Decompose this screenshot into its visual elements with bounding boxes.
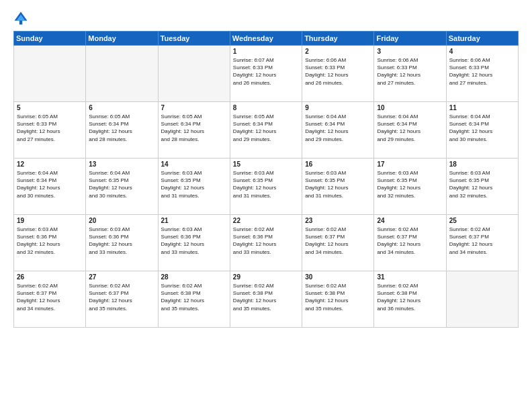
day-cell-1: 1Sunrise: 6:07 AM Sunset: 6:33 PM Daylig… xyxy=(230,46,302,102)
day-number: 10 xyxy=(377,104,443,111)
day-cell-14: 14Sunrise: 6:03 AM Sunset: 6:35 PM Dayli… xyxy=(158,158,230,215)
header-day-wednesday: Wednesday xyxy=(230,32,302,46)
day-number: 6 xyxy=(89,104,154,111)
day-number: 16 xyxy=(305,161,371,168)
day-cell-6: 6Sunrise: 6:05 AM Sunset: 6:34 PM Daylig… xyxy=(86,102,158,158)
day-info: Sunrise: 6:04 AM Sunset: 6:34 PM Dayligh… xyxy=(449,113,515,143)
day-info: Sunrise: 6:03 AM Sunset: 6:36 PM Dayligh… xyxy=(161,226,227,256)
logo xyxy=(13,11,31,26)
day-number: 28 xyxy=(161,273,227,281)
header-day-saturday: Saturday xyxy=(446,32,518,46)
day-info: Sunrise: 6:05 AM Sunset: 6:34 PM Dayligh… xyxy=(161,113,227,143)
calendar-header: SundayMondayTuesdayWednesdayThursdayFrid… xyxy=(14,32,519,46)
week-row-2: 5Sunrise: 6:05 AM Sunset: 6:33 PM Daylig… xyxy=(14,102,519,158)
day-cell-29: 29Sunrise: 6:02 AM Sunset: 6:38 PM Dayli… xyxy=(230,271,302,328)
day-number: 18 xyxy=(449,161,515,168)
day-number: 20 xyxy=(89,217,154,224)
day-info: Sunrise: 6:02 AM Sunset: 6:37 PM Dayligh… xyxy=(449,226,515,256)
day-cell-10: 10Sunrise: 6:04 AM Sunset: 6:34 PM Dayli… xyxy=(374,102,446,158)
day-cell-23: 23Sunrise: 6:02 AM Sunset: 6:37 PM Dayli… xyxy=(302,215,374,271)
empty-cell xyxy=(158,46,230,102)
day-cell-19: 19Sunrise: 6:03 AM Sunset: 6:36 PM Dayli… xyxy=(14,215,86,271)
day-info: Sunrise: 6:02 AM Sunset: 6:37 PM Dayligh… xyxy=(17,282,83,312)
day-cell-7: 7Sunrise: 6:05 AM Sunset: 6:34 PM Daylig… xyxy=(158,102,230,158)
day-cell-4: 4Sunrise: 6:06 AM Sunset: 6:33 PM Daylig… xyxy=(446,46,518,102)
calendar-page: SundayMondayTuesdayWednesdayThursdayFrid… xyxy=(0,0,532,411)
day-info: Sunrise: 6:04 AM Sunset: 6:34 PM Dayligh… xyxy=(377,113,443,143)
day-cell-13: 13Sunrise: 6:04 AM Sunset: 6:35 PM Dayli… xyxy=(86,158,158,215)
calendar-body: 1Sunrise: 6:07 AM Sunset: 6:33 PM Daylig… xyxy=(14,46,519,328)
day-number: 24 xyxy=(377,217,443,224)
day-cell-24: 24Sunrise: 6:02 AM Sunset: 6:37 PM Dayli… xyxy=(374,215,446,271)
day-cell-27: 27Sunrise: 6:02 AM Sunset: 6:37 PM Dayli… xyxy=(86,271,158,328)
day-cell-12: 12Sunrise: 6:04 AM Sunset: 6:34 PM Dayli… xyxy=(14,158,86,215)
day-cell-20: 20Sunrise: 6:03 AM Sunset: 6:36 PM Dayli… xyxy=(86,215,158,271)
day-info: Sunrise: 6:03 AM Sunset: 6:35 PM Dayligh… xyxy=(305,169,371,199)
day-number: 2 xyxy=(305,48,371,55)
day-info: Sunrise: 6:02 AM Sunset: 6:37 PM Dayligh… xyxy=(305,226,371,256)
day-number: 30 xyxy=(305,273,371,281)
day-cell-30: 30Sunrise: 6:02 AM Sunset: 6:38 PM Dayli… xyxy=(302,271,374,328)
day-cell-26: 26Sunrise: 6:02 AM Sunset: 6:37 PM Dayli… xyxy=(14,271,86,328)
header-day-monday: Monday xyxy=(86,32,158,46)
day-info: Sunrise: 6:02 AM Sunset: 6:37 PM Dayligh… xyxy=(89,282,154,312)
day-number: 27 xyxy=(89,273,154,281)
header xyxy=(13,11,519,26)
day-info: Sunrise: 6:02 AM Sunset: 6:38 PM Dayligh… xyxy=(305,282,371,312)
svg-rect-2 xyxy=(19,21,22,25)
day-number: 12 xyxy=(17,161,83,168)
day-info: Sunrise: 6:02 AM Sunset: 6:38 PM Dayligh… xyxy=(377,282,443,312)
empty-cell xyxy=(446,271,518,328)
week-row-3: 12Sunrise: 6:04 AM Sunset: 6:34 PM Dayli… xyxy=(14,158,519,215)
day-cell-21: 21Sunrise: 6:03 AM Sunset: 6:36 PM Dayli… xyxy=(158,215,230,271)
day-info: Sunrise: 6:03 AM Sunset: 6:35 PM Dayligh… xyxy=(233,169,299,199)
day-number: 15 xyxy=(233,161,299,168)
day-number: 4 xyxy=(449,48,515,55)
day-number: 31 xyxy=(377,273,443,281)
day-number: 5 xyxy=(17,104,83,111)
day-number: 17 xyxy=(377,161,443,168)
week-row-5: 26Sunrise: 6:02 AM Sunset: 6:37 PM Dayli… xyxy=(14,271,519,328)
day-number: 11 xyxy=(449,104,515,111)
day-cell-2: 2Sunrise: 6:06 AM Sunset: 6:33 PM Daylig… xyxy=(302,46,374,102)
day-info: Sunrise: 6:03 AM Sunset: 6:36 PM Dayligh… xyxy=(17,226,83,256)
day-info: Sunrise: 6:06 AM Sunset: 6:33 PM Dayligh… xyxy=(305,56,371,87)
day-number: 21 xyxy=(161,217,227,224)
week-row-1: 1Sunrise: 6:07 AM Sunset: 6:33 PM Daylig… xyxy=(14,46,519,102)
day-number: 22 xyxy=(233,217,299,224)
empty-cell xyxy=(86,46,158,102)
header-day-thursday: Thursday xyxy=(302,32,374,46)
day-number: 13 xyxy=(89,161,154,168)
day-info: Sunrise: 6:07 AM Sunset: 6:33 PM Dayligh… xyxy=(233,56,299,87)
day-info: Sunrise: 6:04 AM Sunset: 6:35 PM Dayligh… xyxy=(89,169,154,199)
day-number: 26 xyxy=(17,273,83,281)
day-info: Sunrise: 6:06 AM Sunset: 6:33 PM Dayligh… xyxy=(377,56,443,87)
week-row-4: 19Sunrise: 6:03 AM Sunset: 6:36 PM Dayli… xyxy=(14,215,519,271)
day-info: Sunrise: 6:05 AM Sunset: 6:34 PM Dayligh… xyxy=(89,113,154,143)
day-info: Sunrise: 6:02 AM Sunset: 6:36 PM Dayligh… xyxy=(233,226,299,256)
day-number: 19 xyxy=(17,217,83,224)
day-info: Sunrise: 6:02 AM Sunset: 6:38 PM Dayligh… xyxy=(161,282,227,312)
day-info: Sunrise: 6:02 AM Sunset: 6:37 PM Dayligh… xyxy=(377,226,443,256)
day-cell-5: 5Sunrise: 6:05 AM Sunset: 6:33 PM Daylig… xyxy=(14,102,86,158)
calendar-table: SundayMondayTuesdayWednesdayThursdayFrid… xyxy=(13,31,519,328)
day-cell-9: 9Sunrise: 6:04 AM Sunset: 6:34 PM Daylig… xyxy=(302,102,374,158)
day-cell-11: 11Sunrise: 6:04 AM Sunset: 6:34 PM Dayli… xyxy=(446,102,518,158)
day-cell-8: 8Sunrise: 6:05 AM Sunset: 6:34 PM Daylig… xyxy=(230,102,302,158)
day-info: Sunrise: 6:03 AM Sunset: 6:35 PM Dayligh… xyxy=(377,169,443,199)
header-day-sunday: Sunday xyxy=(14,32,86,46)
day-info: Sunrise: 6:05 AM Sunset: 6:33 PM Dayligh… xyxy=(17,113,83,143)
day-info: Sunrise: 6:03 AM Sunset: 6:36 PM Dayligh… xyxy=(89,226,154,256)
day-info: Sunrise: 6:03 AM Sunset: 6:35 PM Dayligh… xyxy=(449,169,515,199)
day-number: 1 xyxy=(233,48,299,55)
header-day-tuesday: Tuesday xyxy=(158,32,230,46)
day-info: Sunrise: 6:04 AM Sunset: 6:34 PM Dayligh… xyxy=(305,113,371,143)
day-info: Sunrise: 6:02 AM Sunset: 6:38 PM Dayligh… xyxy=(233,282,299,312)
day-cell-3: 3Sunrise: 6:06 AM Sunset: 6:33 PM Daylig… xyxy=(374,46,446,102)
day-info: Sunrise: 6:04 AM Sunset: 6:34 PM Dayligh… xyxy=(17,169,83,199)
day-cell-31: 31Sunrise: 6:02 AM Sunset: 6:38 PM Dayli… xyxy=(374,271,446,328)
logo-icon xyxy=(13,11,28,26)
day-number: 3 xyxy=(377,48,443,55)
header-row: SundayMondayTuesdayWednesdayThursdayFrid… xyxy=(14,32,519,46)
day-info: Sunrise: 6:06 AM Sunset: 6:33 PM Dayligh… xyxy=(449,56,515,87)
